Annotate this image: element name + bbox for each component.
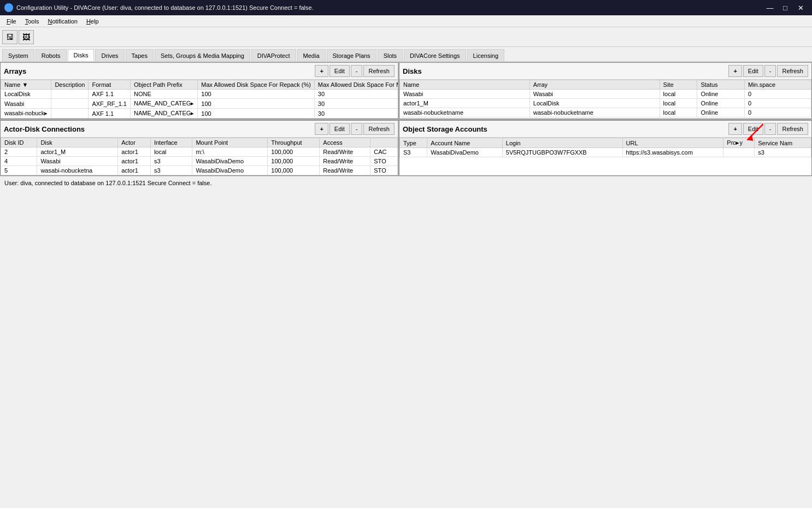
- table-row[interactable]: wasabi-nobuck▸ AXF 1.1 NAME_AND_CATEG▸ 1…: [1, 109, 398, 119]
- arrays-add-button[interactable]: +: [315, 65, 328, 77]
- object-storage-edit-button[interactable]: Edit: [743, 123, 763, 135]
- arrays-col-path-prefix[interactable]: Object Path Prefix: [131, 80, 198, 90]
- actor-disk-col-extra[interactable]: [370, 138, 398, 147]
- tab-disks[interactable]: Disks: [68, 49, 95, 61]
- actor-disk-cell-actor: actor1: [118, 166, 151, 175]
- table-row[interactable]: LocalDisk AXF 1.1 NONE 100 30: [1, 90, 398, 99]
- disks-cell-status: Online: [697, 108, 745, 117]
- arrays-col-max-repack[interactable]: Max Allowed Disk Space For Repack (%): [198, 80, 315, 90]
- object-storage-refresh-button[interactable]: Refresh: [777, 123, 808, 135]
- disks-cell-name: wasabi-nobucketname: [400, 108, 530, 117]
- menu-file[interactable]: File: [2, 17, 21, 26]
- table-row[interactable]: actor1_M LocalDisk local Online 0: [400, 99, 811, 108]
- table-row[interactable]: Wasabi AXF_RF_1.1 NAME_AND_CATEG▸ 100 30: [1, 99, 398, 109]
- disks-cell-site: local: [660, 90, 697, 99]
- arrays-col-name[interactable]: Name ▼: [1, 80, 51, 90]
- tab-storage-plans[interactable]: Storage Plans: [327, 49, 376, 61]
- obj-col-url[interactable]: URL: [622, 138, 723, 148]
- menu-help[interactable]: Help: [82, 17, 103, 26]
- table-row[interactable]: wasabi-nobucketname wasabi-nobucketname …: [400, 108, 811, 117]
- arrays-edit-button[interactable]: Edit: [329, 65, 350, 77]
- actor-disk-col-interface[interactable]: Interface: [150, 138, 192, 147]
- disks-add-button[interactable]: +: [728, 65, 742, 77]
- disks-table: Name Array Site Status Min.space Wasabi …: [399, 80, 811, 117]
- disks-refresh-button[interactable]: Refresh: [777, 65, 808, 77]
- obj-col-service[interactable]: Service Nam: [755, 138, 811, 148]
- obj-col-account[interactable]: Account Name: [427, 138, 502, 148]
- actor-disk-cell-actor: actor1: [118, 157, 151, 166]
- table-row[interactable]: 2 actor1_M actor1 local m:\ 100,000 Read…: [1, 147, 398, 157]
- close-button[interactable]: ✕: [793, 2, 808, 13]
- arrays-cell-name: LocalDisk: [1, 90, 51, 99]
- object-storage-panel: Object Storage Accounts + Edit - Refresh…: [399, 120, 812, 176]
- table-row[interactable]: Wasabi Wasabi local Online 0: [400, 90, 811, 99]
- arrays-table: Name ▼ Description Format Object Path Pr…: [1, 80, 398, 119]
- arrays-panel-header: Arrays + Edit - Refresh: [1, 63, 398, 80]
- arrays-cell-prefix: NAME_AND_CATEG▸: [131, 109, 198, 119]
- actor-disk-col-actor[interactable]: Actor: [118, 138, 151, 147]
- tabs-bar: System Robots Disks Drives Tapes Sets, G…: [0, 47, 812, 62]
- table-row[interactable]: 4 Wasabi actor1 s3 WasabiDivaDemo 100,00…: [1, 157, 398, 166]
- table-row[interactable]: S3 WasabiDivaDemo 5V5RQJTUGBPO3W7FGXXB h…: [400, 148, 811, 157]
- tab-slots[interactable]: Slots: [378, 49, 403, 61]
- object-storage-remove-button[interactable]: -: [764, 123, 776, 135]
- disks-table-container[interactable]: Name Array Site Status Min.space Wasabi …: [399, 80, 811, 119]
- table-row[interactable]: 5 wasabi-nobucketna actor1 s3 WasabiDiva…: [1, 166, 398, 175]
- tab-robots[interactable]: Robots: [36, 49, 67, 61]
- obj-col-login[interactable]: Login: [502, 138, 622, 148]
- disks-col-minspace[interactable]: Min.space: [744, 80, 811, 90]
- object-storage-table-container[interactable]: Type Account Name Login URL Pro▸y Servic…: [399, 138, 811, 175]
- object-storage-add-button[interactable]: +: [728, 123, 742, 135]
- arrays-cell-repack: 100: [198, 90, 315, 99]
- menu-tools[interactable]: Tools: [21, 17, 44, 26]
- obj-col-proxy[interactable]: Pro▸y: [723, 138, 755, 148]
- actor-disk-table: Disk ID Disk Actor Interface Mount Point…: [1, 138, 398, 175]
- tab-divacore-settings[interactable]: DIVACore Settings: [404, 49, 466, 61]
- arrays-refresh-button[interactable]: Refresh: [363, 65, 395, 77]
- disks-cell-array: LocalDisk: [529, 99, 660, 108]
- tab-divaprotect[interactable]: DIVAProtect: [251, 49, 296, 61]
- actor-disk-cell-mountpoint: m:\: [192, 147, 268, 157]
- obj-cell-login: 5V5RQJTUGBPO3W7FGXXB: [502, 148, 622, 157]
- actor-disk-col-mountpoint[interactable]: Mount Point: [192, 138, 268, 147]
- actor-disk-col-access[interactable]: Access: [320, 138, 370, 147]
- arrays-table-container[interactable]: Name ▼ Description Format Object Path Pr…: [1, 80, 398, 119]
- disks-col-array[interactable]: Array: [529, 80, 660, 90]
- disks-edit-button[interactable]: Edit: [743, 65, 763, 77]
- disks-col-site[interactable]: Site: [660, 80, 697, 90]
- tab-sets-groups[interactable]: Sets, Groups & Media Mapping: [155, 49, 250, 61]
- actor-disk-remove-button[interactable]: -: [351, 123, 363, 135]
- toolbar-btn-1[interactable]: 🖫: [2, 30, 17, 44]
- tab-system[interactable]: System: [2, 49, 34, 61]
- actor-disk-col-throughput[interactable]: Throughput: [268, 138, 320, 147]
- tab-licensing[interactable]: Licensing: [467, 49, 504, 61]
- actor-disk-cell-disk: actor1_M: [37, 147, 118, 157]
- menu-notification[interactable]: Notification: [43, 17, 81, 26]
- arrays-col-format[interactable]: Format: [89, 80, 131, 90]
- arrays-col-max-migra[interactable]: Max Allowed Disk Space For Migra: [314, 80, 398, 90]
- tab-tapes[interactable]: Tapes: [126, 49, 154, 61]
- arrays-col-description[interactable]: Description: [51, 80, 89, 90]
- actor-disk-edit-button[interactable]: Edit: [329, 123, 350, 135]
- top-panels: Arrays + Edit - Refresh Name ▼ Descripti…: [0, 62, 812, 120]
- tab-drives[interactable]: Drives: [95, 49, 124, 61]
- arrays-title: Arrays: [4, 67, 314, 75]
- actor-disk-refresh-button[interactable]: Refresh: [363, 123, 395, 135]
- disks-col-name[interactable]: Name: [400, 80, 530, 90]
- maximize-button[interactable]: □: [778, 2, 792, 13]
- obj-col-type[interactable]: Type: [400, 138, 427, 148]
- menu-bar: File Tools Notification Help: [0, 15, 812, 27]
- disks-remove-button[interactable]: -: [764, 65, 776, 77]
- minimize-button[interactable]: —: [763, 2, 777, 13]
- actor-disk-add-button[interactable]: +: [315, 123, 328, 135]
- actor-disk-cell-interface: s3: [150, 157, 192, 166]
- actor-disk-col-disk[interactable]: Disk: [37, 138, 118, 147]
- arrays-remove-button[interactable]: -: [351, 65, 363, 77]
- tab-media[interactable]: Media: [297, 49, 326, 61]
- actor-disk-panel: Actor-Disk Connections + Edit - Refresh …: [0, 120, 399, 176]
- actor-disk-table-container[interactable]: Disk ID Disk Actor Interface Mount Point…: [1, 138, 398, 175]
- disks-col-status[interactable]: Status: [697, 80, 745, 90]
- actor-disk-col-diskid[interactable]: Disk ID: [1, 138, 37, 147]
- toolbar-btn-2[interactable]: 🖼: [19, 30, 34, 44]
- obj-cell-proxy: [723, 148, 755, 157]
